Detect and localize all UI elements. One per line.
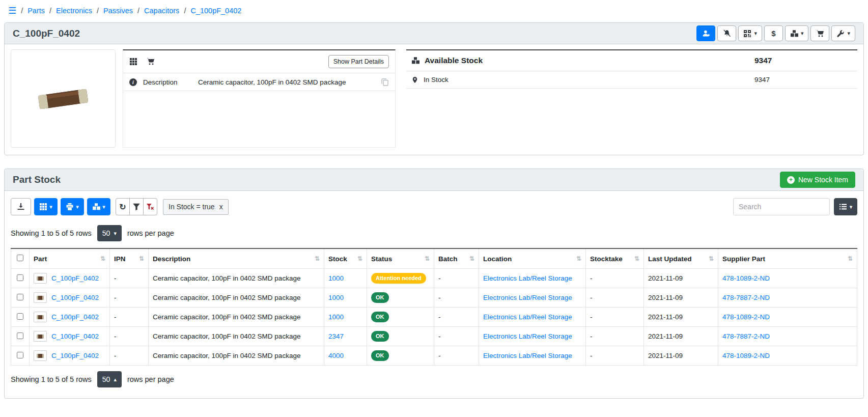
new-stock-item-button[interactable]: + New Stock Item: [780, 172, 855, 188]
barcode-actions-button[interactable]: ▾: [738, 25, 762, 41]
column-header-part[interactable]: Part⇅: [30, 248, 110, 269]
part-link[interactable]: C_100pF_0402: [51, 332, 99, 340]
part-link[interactable]: C_100pF_0402: [51, 274, 99, 282]
breadcrumb-item-passives[interactable]: Passives: [103, 7, 133, 15]
part-image[interactable]: [11, 49, 116, 148]
part-link[interactable]: C_100pF_0402: [51, 313, 99, 321]
location-link[interactable]: Electronics Lab/Reel Storage: [483, 332, 572, 340]
clear-filters-button[interactable]: [143, 198, 157, 215]
batch-cell: -: [434, 269, 479, 288]
column-header-description[interactable]: Description⇅: [149, 248, 324, 269]
stock-link[interactable]: 4000: [328, 352, 344, 359]
location-link[interactable]: Electronics Lab/Reel Storage: [483, 274, 572, 282]
sort-icon: ⇅: [576, 255, 581, 262]
row-checkbox[interactable]: [17, 352, 23, 358]
row-checkbox[interactable]: [17, 274, 23, 281]
part-stock-title: Part Stock: [13, 174, 61, 185]
supplier-part-link[interactable]: 478-1089-2-ND: [722, 274, 770, 282]
cart-icon[interactable]: [147, 58, 155, 66]
notifications-off-button[interactable]: [717, 25, 736, 41]
page-size-value: 50: [102, 229, 110, 237]
batch-cell: -: [434, 308, 479, 327]
supplier-part-link[interactable]: 478-1089-2-ND: [722, 352, 770, 359]
part-thumbnail[interactable]: [34, 292, 47, 303]
in-stock-label: In Stock: [424, 76, 749, 84]
copy-icon[interactable]: [381, 78, 389, 86]
location-link[interactable]: Electronics Lab/Reel Storage: [483, 294, 572, 301]
column-label: Batch: [438, 255, 458, 263]
breadcrumb-item-capacitors[interactable]: Capacitors: [144, 7, 179, 15]
menu-icon[interactable]: ☰: [8, 5, 16, 16]
stock-link[interactable]: 1000: [328, 294, 344, 301]
column-header-ipn[interactable]: IPN⇅: [110, 248, 149, 269]
thumbnail-image: [37, 315, 44, 319]
row-checkbox[interactable]: [17, 313, 23, 320]
table-view-dropdown[interactable]: ▾: [834, 198, 857, 215]
stock-link[interactable]: 1000: [328, 274, 344, 282]
part-details-panel: Show Part Details i Description Ceramic …: [123, 49, 396, 148]
filter-chip-remove[interactable]: x: [219, 203, 223, 211]
row-checkbox[interactable]: [17, 332, 23, 339]
print-actions-dropdown[interactable]: ▾: [61, 198, 84, 215]
part-thumbnail[interactable]: [34, 350, 47, 361]
stock-table-toolbar: ▾ ▾ ▾ ↻ In Stock: [5, 191, 863, 219]
column-header-stocktake[interactable]: Stocktake⇅: [586, 248, 644, 269]
info-icon: i: [129, 78, 137, 86]
refresh-button[interactable]: ↻: [116, 198, 130, 215]
part-link[interactable]: C_100pF_0402: [51, 294, 99, 301]
grid-view-icon[interactable]: [129, 58, 137, 66]
page-size-button[interactable]: 50 ▴: [97, 371, 122, 387]
ipn-cell: -: [110, 346, 149, 366]
part-thumbnail[interactable]: [34, 331, 47, 342]
sort-icon: ⇅: [315, 255, 320, 262]
chevron-down-icon: ▾: [102, 204, 105, 210]
part-thumbnail[interactable]: [34, 273, 47, 284]
order-part-button[interactable]: [810, 25, 829, 41]
wrench-icon: [836, 30, 845, 38]
column-header-location[interactable]: Location⇅: [479, 248, 586, 269]
download-button[interactable]: [11, 198, 31, 215]
stock-link[interactable]: 2347: [328, 332, 344, 340]
filter-remove-icon: [146, 203, 154, 211]
column-header-batch[interactable]: Batch⇅: [434, 248, 479, 269]
plus-circle-icon: +: [787, 176, 795, 184]
column-header-last-updated[interactable]: Last Updated⇅: [644, 248, 718, 269]
thumbnail-image: [37, 276, 44, 281]
row-checkbox[interactable]: [17, 294, 23, 300]
breadcrumb-item-parts[interactable]: Parts: [27, 7, 45, 15]
breadcrumb-item-current-part[interactable]: C_100pF_0402: [190, 7, 241, 15]
pricing-button[interactable]: $: [764, 25, 783, 41]
stock-table: Part⇅ IPN⇅ Description⇅ Stock⇅ Status⇅ B…: [11, 248, 857, 366]
column-label: Status: [371, 255, 392, 263]
stock-options-dropdown[interactable]: ▾: [87, 198, 110, 215]
location-link[interactable]: Electronics Lab/Reel Storage: [483, 313, 572, 321]
location-link[interactable]: Electronics Lab/Reel Storage: [483, 352, 572, 359]
column-header-stock[interactable]: Stock⇅: [324, 248, 367, 269]
status-badge: Attention needed: [371, 273, 426, 283]
table-header-row: Part⇅ IPN⇅ Description⇅ Stock⇅ Status⇅ B…: [11, 248, 857, 269]
column-header-status[interactable]: Status⇅: [367, 248, 434, 269]
part-link[interactable]: C_100pF_0402: [51, 352, 99, 359]
supplier-part-link[interactable]: 478-7887-2-ND: [722, 332, 770, 340]
part-actions-button[interactable]: ▾: [831, 25, 855, 41]
supplier-part-link[interactable]: 478-1089-2-ND: [722, 313, 770, 321]
ipn-cell: -: [110, 327, 149, 346]
user-subscription-button[interactable]: [696, 25, 715, 41]
rows-per-page-text: rows per page: [127, 229, 174, 237]
stock-actions-button[interactable]: ▾: [785, 25, 809, 41]
status-badge: OK: [371, 350, 389, 360]
filter-button[interactable]: [129, 198, 144, 215]
show-part-details-button[interactable]: Show Part Details: [328, 55, 389, 68]
search-input[interactable]: [733, 198, 830, 215]
column-header-supplier-part[interactable]: Supplier Part⇅: [718, 248, 857, 269]
printer-icon: [66, 203, 74, 211]
page: ☰ / Parts / Electronics / Passives / Cap…: [4, 3, 864, 399]
barcode-actions-dropdown[interactable]: ▾: [34, 198, 58, 215]
available-stock-header-row: Available Stock 9347: [406, 50, 857, 71]
part-thumbnail[interactable]: [34, 312, 47, 322]
breadcrumb-item-electronics[interactable]: Electronics: [56, 7, 92, 15]
supplier-part-link[interactable]: 478-7887-2-ND: [722, 294, 770, 301]
stock-link[interactable]: 1000: [328, 313, 344, 321]
select-all-checkbox[interactable]: [17, 255, 23, 261]
page-size-button[interactable]: 50 ▾: [97, 225, 122, 241]
